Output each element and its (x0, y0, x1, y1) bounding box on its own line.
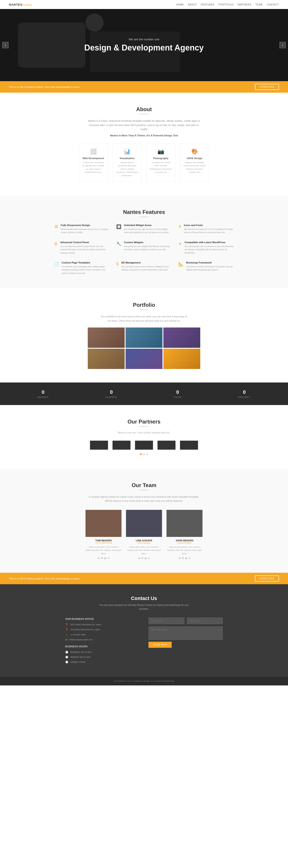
portfolio-item-5[interactable] (125, 349, 163, 369)
stats-section: 0 AWARDS 0 CLIENTS 0 TEAM 0 PROJECT (0, 382, 288, 405)
partners-title: Our Partners (9, 418, 279, 425)
feature-text-6: Our themes come packaged with multiple p… (62, 265, 110, 275)
feature-text-0: While Nantes looks awesome at any size, … (61, 228, 110, 234)
stat-number-0: 0 (37, 389, 49, 395)
team-social-0-gp[interactable]: gp (104, 557, 106, 559)
feature-title-7: AD Management (121, 261, 172, 264)
partner-logo-3 (135, 441, 153, 450)
nav-link-about[interactable]: ABOUT (188, 3, 196, 6)
about-section: About Nantes is a Clean, responsive boot… (0, 93, 288, 195)
portfolio-item-6[interactable] (164, 349, 200, 369)
about-title: About (9, 106, 279, 113)
team-socials-1: twfbgpin (126, 557, 162, 559)
team-name-0: TOM BEKERS (85, 539, 121, 542)
team-social-2-in[interactable]: in (189, 557, 190, 559)
feature-text-5: We continuously test our themes so you w… (184, 245, 234, 254)
partners-section: Our Partners Meta ut una nam, cons uctet… (0, 405, 288, 469)
team-social-2-gp[interactable]: gp (185, 557, 187, 559)
team-social-0-in[interactable]: in (108, 557, 109, 559)
contact-form: SEND NOW (148, 618, 223, 665)
contact-phone: +1 234 567 8990 (70, 633, 85, 636)
cta2-download-button[interactable]: DOWNLOAD (255, 576, 279, 582)
portfolio-item-1[interactable] (88, 328, 124, 348)
team-role-0: CEO & Web Gurus (85, 542, 121, 544)
logo-text-main: NANTES (9, 3, 22, 6)
team-social-0-fb[interactable]: fb (101, 557, 103, 559)
partners-dot-1[interactable] (140, 453, 142, 455)
portfolio-item-2[interactable] (125, 328, 163, 348)
partner-logo-5 (180, 441, 198, 450)
nav-link-team[interactable]: TEAM (256, 3, 263, 6)
contact-section: Contact Us You may have questions we wil… (0, 584, 288, 677)
feature-content-5: Compatible with Latest WordPress We cont… (184, 241, 234, 254)
cta2-text: This is a Call-To-Action module. Give cl… (9, 577, 80, 580)
portfolio-divider (140, 309, 148, 310)
team-social-1-fb[interactable]: fb (142, 557, 143, 559)
team-card-2: JOHN BEKERS Lead Developer Dolor sit ame… (167, 510, 203, 559)
stat-item-2: 0 TEAM (174, 389, 181, 398)
cta-bar-1: This is a Call-To-Action module. Give cl… (0, 81, 288, 93)
feature-item-8: 📐 Bootstrap Framework The theme is build… (178, 261, 234, 275)
feature-title-4: Custom Widgets (124, 241, 172, 244)
feature-content-3: Advanced Control Panel You can take full… (60, 241, 110, 254)
team-socials-2: twfbgpin (167, 557, 203, 559)
contact-grid: Our Business Office 📍 1627 Street, Barce… (65, 618, 223, 665)
team-social-1-tw[interactable]: tw (138, 557, 140, 559)
cta1-download-button[interactable]: DOWNLOAD (255, 84, 279, 90)
team-social-2-tw[interactable]: tw (179, 557, 181, 559)
portfolio-item-4[interactable] (88, 349, 124, 369)
team-role-1: Chief Manager (126, 542, 162, 544)
partners-dot-2[interactable] (143, 453, 145, 455)
team-social-1-in[interactable]: in (148, 557, 150, 559)
portfolio-section: Portfolio Our portfolio is the best way … (0, 288, 288, 382)
feature-text-1: We include you the right amount of usefu… (124, 228, 172, 234)
feature-text-4: We create our own widgets like Recent, A… (124, 245, 172, 251)
stat-number-1: 0 (106, 389, 117, 395)
clock-icon-0: 🕐 (65, 651, 68, 654)
about-card-2: 📷 Photography Ut ornare vel, ornare vita… (146, 144, 176, 182)
about-divider (140, 114, 148, 114)
team-description: A creative agency based on Candy Land, r… (88, 495, 200, 503)
team-social-0-tw[interactable]: tw (98, 557, 100, 559)
partners-divider (140, 426, 148, 427)
contact-submit-button[interactable]: SEND NOW (148, 642, 172, 648)
footer: COPYRIGHT © 2017 COMPANY NAME. ALL RIGHT… (0, 677, 288, 685)
contact-message-input[interactable] (148, 626, 223, 640)
nav-link-home[interactable]: HOME (176, 3, 184, 6)
contact-hour-text-1: Weekend: 9am to 4pm (70, 655, 91, 659)
contact-form-row-1 (148, 618, 223, 624)
team-title: Our Team (9, 482, 279, 489)
hero-prev-button[interactable]: ‹ (2, 42, 8, 48)
contact-name-input[interactable] (148, 618, 184, 624)
nav-logo: NANTEStemplate (9, 2, 32, 6)
clock-icon-1: 🕐 (65, 656, 68, 659)
feature-item-4: 🔧 Custom Widgets We create our own widge… (116, 241, 172, 254)
about-card-0: ⬜ Web Development Ut eros erat, accumsan… (79, 144, 108, 182)
nav-link-features[interactable]: FEATURES (201, 3, 215, 6)
stat-item-3: 0 PROJECT (238, 389, 251, 398)
feature-item-6: 📄 Custom Page Templates Our themes come … (54, 261, 110, 275)
feature-icon-0: 🖥 (54, 224, 58, 234)
contact-title: Contact Us (9, 595, 279, 601)
nav-link-portfolio[interactable]: PORTFOLIO (218, 3, 233, 6)
nav-link-contact[interactable]: CONTACT (266, 3, 279, 6)
hero-next-button[interactable]: › (280, 42, 286, 48)
about-card-text-3: Aliquam erat volutpat. Fusce fermentum, … (183, 161, 206, 174)
location-icon-2: 📍 (65, 628, 68, 631)
location-icon: 📍 (65, 623, 68, 626)
team-social-1-gp[interactable]: gp (145, 557, 147, 559)
feature-content-2: Icons and Fonts We include FontAwesome i… (184, 224, 234, 234)
stat-number-2: 0 (174, 389, 181, 395)
feature-title-8: Bootstrap Framework (186, 261, 234, 264)
contact-email-input[interactable] (187, 618, 223, 624)
feature-icon-7: $ (116, 262, 118, 275)
portfolio-title: Portfolio (9, 302, 279, 308)
about-card-icon-3: 🎨 (183, 148, 206, 155)
navbar: NANTEStemplate HOMEABOUTFEATURESPORTFOLI… (0, 0, 288, 9)
portfolio-item-3[interactable] (164, 328, 200, 348)
partners-dot-3[interactable] (146, 453, 148, 455)
team-social-2-fb[interactable]: fb (182, 557, 184, 559)
feature-title-3: Advanced Control Panel (60, 241, 110, 244)
nav-link-partners[interactable]: PARTNERS (238, 3, 252, 6)
about-card-icon-0: ⬜ (82, 148, 105, 155)
